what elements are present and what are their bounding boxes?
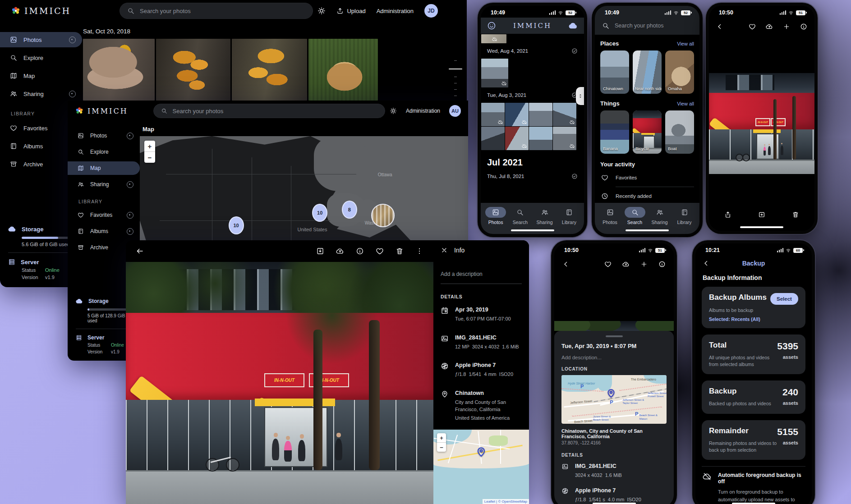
close-icon[interactable] <box>441 247 448 254</box>
sidebar-item-map[interactable]: Map <box>68 161 140 175</box>
home-indicator[interactable] <box>511 229 554 231</box>
photo-thumbnail[interactable] <box>83 39 155 101</box>
thing-card-boat[interactable]: Boat <box>665 110 694 154</box>
photo-thumbnail[interactable] <box>505 127 529 150</box>
info-icon[interactable] <box>356 247 364 255</box>
back-icon[interactable] <box>716 23 723 30</box>
zoom-out-button[interactable]: − <box>437 443 446 452</box>
photo-thumbnail[interactable] <box>529 127 552 150</box>
info-icon[interactable] <box>800 23 807 30</box>
sidebar-item-photos[interactable]: Photos <box>68 129 140 142</box>
select-check-icon[interactable] <box>571 173 578 179</box>
upload-cloud-icon[interactable] <box>766 23 773 30</box>
sidebar-item-photos[interactable]: Photos <box>0 32 82 47</box>
nav-photos[interactable]: Photos <box>485 207 506 225</box>
download-icon[interactable] <box>316 247 324 255</box>
select-albums-button[interactable]: Select <box>770 293 798 305</box>
administration-link[interactable]: Administration <box>377 8 414 14</box>
things-view-all-link[interactable]: View all <box>677 101 694 106</box>
map-cluster-marker[interactable]: 10 <box>229 216 244 234</box>
user-avatar[interactable]: JD <box>424 4 438 18</box>
trash-icon[interactable] <box>396 247 404 255</box>
places-view-all-link[interactable]: View all <box>677 41 694 46</box>
back-icon[interactable] <box>136 247 144 255</box>
sidebar-item-albums[interactable]: Albums <box>68 225 140 238</box>
photo-thumbnail[interactable] <box>505 103 529 126</box>
home-indicator[interactable] <box>740 226 783 228</box>
sidebar-item-favorites[interactable]: Favorites <box>68 208 140 222</box>
select-check-icon[interactable] <box>571 48 578 54</box>
photo-thumbnail[interactable] <box>553 127 576 150</box>
search-input[interactable] <box>172 107 377 115</box>
nav-search[interactable]: Search <box>625 207 645 225</box>
administration-link[interactable]: Administration <box>406 108 440 114</box>
nav-sharing[interactable]: Sharing <box>534 207 555 225</box>
map-attribution[interactable]: Leaflet | © OpenStreetMap <box>483 499 529 504</box>
search-bar[interactable]: Search your photos <box>595 18 699 35</box>
theme-toggle-icon[interactable] <box>390 107 397 115</box>
photo-thumbnail[interactable] <box>553 103 576 126</box>
zoom-in-button[interactable]: + <box>437 433 446 443</box>
photo-in-n-out[interactable]: IN-N-OUT IN-N-OUT <box>126 262 433 504</box>
favorite-icon[interactable] <box>376 247 384 255</box>
immich-logo[interactable]: IMMICH <box>75 106 128 115</box>
photo-in-n-out[interactable]: IN-N-OUT IN-N-OUT <box>709 73 814 174</box>
upload-button[interactable]: Upload <box>336 7 365 14</box>
recently-added-row[interactable]: Recently added <box>600 187 694 203</box>
search-bar[interactable] <box>120 3 313 19</box>
zoom-out-button[interactable]: − <box>144 152 155 163</box>
search-input[interactable] <box>139 7 305 15</box>
sidebar-item-sharing[interactable]: Sharing <box>0 86 82 101</box>
plus-icon[interactable] <box>640 261 648 268</box>
share-icon[interactable] <box>724 211 731 218</box>
nav-sharing[interactable]: Sharing <box>649 207 670 225</box>
add-to-album-icon[interactable] <box>758 211 765 218</box>
minimap-zoom-control[interactable]: + − <box>437 433 446 452</box>
info-icon[interactable] <box>658 261 666 268</box>
photo-thumbnail[interactable] <box>308 39 378 101</box>
sidebar-item-map[interactable]: Map <box>0 68 82 83</box>
user-avatar[interactable]: AU <box>449 105 461 117</box>
favorites-row[interactable]: Favorites <box>600 172 694 187</box>
sheet-drag-handle[interactable] <box>606 335 623 337</box>
home-indicator[interactable] <box>626 229 669 231</box>
favorite-icon[interactable] <box>604 261 612 268</box>
back-icon[interactable] <box>562 261 570 268</box>
map-zoom-control[interactable]: + − <box>144 141 155 163</box>
upload-cloud-icon[interactable] <box>622 261 630 268</box>
sidebar-item-sharing[interactable]: Sharing <box>68 178 140 191</box>
sidebar-item-explore[interactable]: Explore <box>0 50 82 65</box>
photo-thumbnail[interactable] <box>481 34 506 43</box>
search-bar[interactable] <box>153 104 385 118</box>
zoom-in-button[interactable]: + <box>144 141 155 152</box>
immich-logo[interactable]: IMMICH <box>11 6 71 16</box>
photo-thumbnail[interactable] <box>529 103 552 126</box>
backup-status-icon[interactable] <box>569 21 578 30</box>
sidebar-item-explore[interactable]: Explore <box>68 145 140 159</box>
location-map[interactable]: P P P The Embarcadero Hyde Street Harbor… <box>561 375 667 424</box>
photo-thumbnail[interactable] <box>156 39 230 101</box>
place-card-chinatown[interactable]: Chinatown <box>600 50 629 94</box>
map-photo-marker[interactable] <box>371 204 395 227</box>
place-card-near-north-side[interactable]: Near north side <box>633 50 662 94</box>
thing-card-banana[interactable]: Banana <box>600 110 629 154</box>
photo-edge[interactable] <box>554 273 674 331</box>
mini-map[interactable]: + − Leaflet | © OpenStreetMap <box>433 430 529 504</box>
nav-photos[interactable]: Photos <box>600 207 621 225</box>
plus-icon[interactable] <box>783 23 790 30</box>
scroll-handle[interactable] <box>576 87 584 105</box>
theme-toggle-icon[interactable] <box>317 7 326 15</box>
nav-search[interactable]: Search <box>510 207 530 225</box>
nav-library[interactable]: Library <box>559 207 580 225</box>
profile-icon[interactable] <box>487 21 496 30</box>
photo-thumbnail[interactable] <box>481 59 508 87</box>
description-field[interactable]: Add a description <box>441 271 522 284</box>
description-field[interactable]: Add description... <box>561 355 667 360</box>
cloud-icon[interactable] <box>336 247 344 255</box>
map-cluster-marker[interactable]: 8 <box>342 201 357 219</box>
map-cluster-marker[interactable]: 10 <box>312 204 327 222</box>
favorite-icon[interactable] <box>749 23 756 30</box>
photo-thumbnail[interactable] <box>481 103 505 126</box>
nav-library[interactable]: Library <box>674 207 695 225</box>
trash-icon[interactable] <box>792 211 799 218</box>
